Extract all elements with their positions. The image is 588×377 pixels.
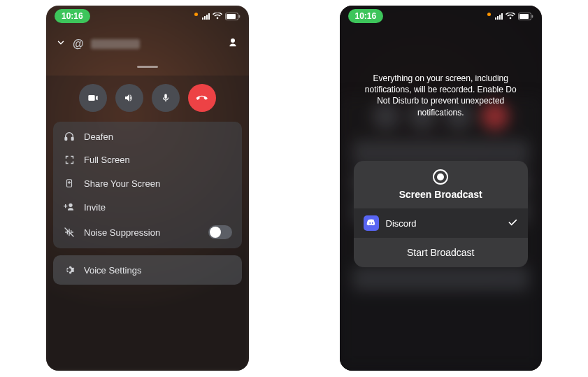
fullscreen-icon xyxy=(63,155,76,165)
menu-label: Deafen xyxy=(84,131,113,142)
drag-handle[interactable] xyxy=(137,66,158,68)
menu-item-fullscreen[interactable]: Full Screen xyxy=(53,148,242,171)
status-time-pill: 10:16 xyxy=(55,9,90,23)
discord-icon xyxy=(364,215,379,231)
menu-item-share[interactable]: Share Your Screen xyxy=(53,171,242,195)
broadcast-warning-text: Everything on your screen, including not… xyxy=(359,73,523,118)
menu-label: Invite xyxy=(84,202,106,213)
status-right xyxy=(487,13,533,20)
chevron-down-icon[interactable] xyxy=(56,38,66,50)
svg-rect-3 xyxy=(65,137,67,140)
noise-suppression-icon xyxy=(63,227,76,238)
broadcast-header: Screen Broadcast xyxy=(354,161,529,208)
record-icon xyxy=(433,169,448,185)
channel-bar: @ xyxy=(46,32,249,56)
menu-item-noise[interactable]: Noise Suppression xyxy=(53,219,242,246)
cellular-icon xyxy=(202,13,210,20)
svg-rect-8 xyxy=(532,15,533,17)
broadcast-app-row[interactable]: Discord xyxy=(354,208,529,238)
menu-label: Share Your Screen xyxy=(84,178,160,189)
menu-label: Voice Settings xyxy=(84,265,141,276)
broadcast-title: Screen Broadcast xyxy=(354,189,529,200)
wifi-icon xyxy=(505,13,515,20)
share-screen-icon xyxy=(63,178,76,189)
menu-item-deafen[interactable]: Deafen xyxy=(53,125,242,148)
broadcast-card: Screen Broadcast Discord Start Broadcast xyxy=(354,161,529,267)
hangup-button[interactable] xyxy=(188,84,216,112)
recording-dot-icon xyxy=(194,13,198,16)
menu-label: Noise Suppression xyxy=(84,227,160,238)
phone-right: 10:16 Everything on your screen, includi… xyxy=(340,6,543,371)
broadcast-app-name: Discord xyxy=(386,218,417,229)
wifi-icon xyxy=(213,13,222,20)
battery-icon xyxy=(518,13,533,20)
svg-rect-7 xyxy=(519,14,529,19)
menu-card: Deafen Full Screen Share Your Screen Inv… xyxy=(53,122,242,248)
check-icon xyxy=(507,217,518,230)
add-user-icon[interactable] xyxy=(227,36,239,52)
speaker-button[interactable] xyxy=(115,84,143,112)
battery-icon xyxy=(225,13,241,20)
call-button-row xyxy=(53,84,242,112)
recording-dot-icon xyxy=(487,13,491,16)
gear-icon xyxy=(63,264,76,276)
call-panel: Deafen Full Screen Share Your Screen Inv… xyxy=(46,76,249,371)
menu-label: Full Screen xyxy=(84,155,130,165)
menu-item-voice-settings[interactable]: Voice Settings xyxy=(53,258,242,282)
menu-item-invite[interactable]: Invite xyxy=(53,195,242,219)
mic-button[interactable] xyxy=(152,84,180,112)
headphones-icon xyxy=(63,131,76,142)
status-time-pill: 10:16 xyxy=(348,9,384,23)
status-bar: 10:16 xyxy=(340,6,543,27)
at-icon: @ xyxy=(73,38,84,50)
svg-rect-1 xyxy=(227,14,236,19)
invite-icon xyxy=(63,201,76,213)
voice-settings-card: Voice Settings xyxy=(53,255,242,285)
svg-rect-2 xyxy=(238,15,240,17)
noise-toggle[interactable] xyxy=(208,225,232,239)
start-broadcast-button[interactable]: Start Broadcast xyxy=(354,238,529,267)
status-right xyxy=(194,13,241,20)
status-bar: 10:16 xyxy=(46,6,249,27)
svg-rect-4 xyxy=(71,137,73,140)
phone-left: 10:16 @ xyxy=(46,6,249,371)
channel-name-blurred xyxy=(91,39,140,49)
cellular-icon xyxy=(495,13,503,20)
video-button[interactable] xyxy=(79,84,107,112)
